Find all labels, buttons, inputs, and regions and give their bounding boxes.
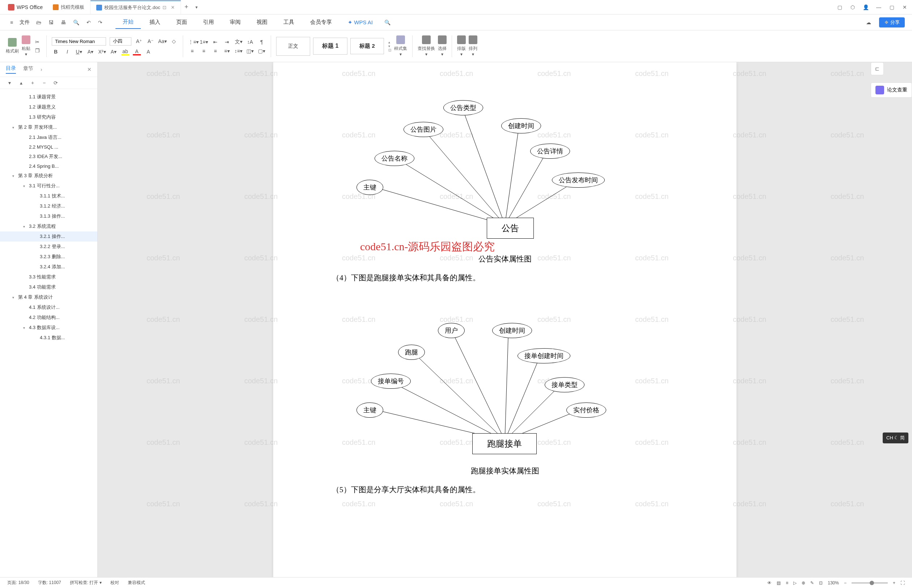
document-viewport[interactable]: code51.cncode51.cncode51.cncode51.cncode… [98,62,912,577]
show-marks-icon[interactable]: ¶ [258,39,266,45]
arrange-button[interactable]: 排版 ▾ [457,36,466,57]
tab-menu-button[interactable]: ▾ [192,5,201,10]
plagiarism-check-button[interactable]: 论文查重 [871,82,912,98]
highlight-icon[interactable]: ab [121,48,129,55]
outline-item[interactable]: 3.1.2 经济... [0,201,97,211]
ime-indicator[interactable]: CH ☾ 简 [883,433,909,443]
outline-item[interactable]: 3.2.2 登录... [0,242,97,252]
view-fit-icon[interactable]: ⊡ [819,580,823,585]
zoom-level[interactable]: 130% [828,580,839,585]
tab-document[interactable]: 校园生活服务平台论文.doc ⊡ ✕ [91,0,181,14]
close-icon[interactable]: ✕ [171,5,175,10]
bold-icon[interactable]: B [52,49,60,55]
outline-item[interactable]: 2.2 MYSQL ... [0,142,97,152]
minimize-button[interactable]: — [875,4,882,10]
close-button[interactable]: ✕ [901,4,909,10]
status-proof[interactable]: 校对 [110,580,119,586]
outline-item[interactable]: 3.1.3 操作... [0,211,97,221]
text-direction-icon[interactable]: 文▾ [235,39,243,45]
panel-icon[interactable]: ▢ [836,4,843,10]
outline-item[interactable]: 1.1 课题背景 [0,92,97,102]
outline-item[interactable]: ▾3.1 可行性分... [0,181,97,191]
status-page[interactable]: 页面: 18/30 [7,580,29,586]
copy-icon[interactable]: ❐ [33,48,41,53]
indent-icon[interactable]: ⇥ [223,39,231,45]
menu-page[interactable]: 页面 [169,16,194,29]
style-normal[interactable]: 正文 [276,37,310,56]
sidebar-close-icon[interactable]: ✕ [87,66,92,72]
menu-tools[interactable]: 工具 [276,16,301,29]
justify-icon[interactable]: ≡▾ [223,48,231,54]
clear-format-icon[interactable]: ◇ [170,38,178,44]
indent-panel-icon[interactable]: ⊏ [871,62,884,75]
style-set-button[interactable]: 样式集 ▾ [394,36,407,57]
outline-item[interactable]: 3.3 性能需求 [0,272,97,282]
cut-icon[interactable]: ✂ [33,39,41,45]
outline-item[interactable]: ▾第 2 章 开发环境... [0,122,97,132]
outline-item[interactable]: 3.2.4 添加... [0,262,97,272]
style-heading2[interactable]: 标题 2 [350,38,384,54]
text-effect-icon[interactable]: A▾ [110,49,118,55]
cloud-icon[interactable]: ☁ [863,18,874,27]
sort-icon[interactable]: ↕A [246,39,254,45]
file-menu[interactable]: 文件 [17,18,32,27]
view-read-icon[interactable]: 👁 [767,580,771,585]
tab-template[interactable]: 找稻壳模板 [47,0,91,14]
expand-icon[interactable]: ▴ [17,80,24,86]
format-brush-button[interactable]: 格式刷 [6,38,19,54]
style-heading1[interactable]: 标题 1 [313,37,347,55]
shading-icon[interactable]: ◫▾ [246,48,254,54]
strike-icon[interactable]: A▾ [86,49,94,55]
tab-toc[interactable]: 目录 [6,65,16,74]
menu-review[interactable]: 审阅 [223,16,248,29]
change-case-icon[interactable]: Aa▾ [158,38,166,44]
outline-item[interactable]: 2.4 Spring B... [0,162,97,171]
border-icon[interactable]: ▢▾ [258,48,266,54]
outline-item[interactable]: 3.2.3 删除... [0,252,97,262]
font-color-icon[interactable]: A [133,48,141,55]
decrease-font-icon[interactable]: A⁻ [147,38,154,44]
outline-item[interactable]: 4.3.1 数据... [0,333,97,343]
increase-font-icon[interactable]: A⁺ [135,38,143,44]
outline-item[interactable]: 3.2.1 操作... [0,231,97,242]
align-left-icon[interactable]: ≡ [188,48,196,54]
add-icon[interactable]: + [29,80,36,86]
tab-chapter[interactable]: 章节 [23,65,33,73]
print-icon[interactable]: 🖶 [58,18,69,27]
menu-start[interactable]: 开始 [115,16,141,29]
preview-icon[interactable]: 🔍 [70,18,82,27]
font-select[interactable] [52,37,106,45]
remove-icon[interactable]: − [40,80,48,86]
outline-item[interactable]: ▾3.2 系统流程 [0,221,97,231]
chevron-right-icon[interactable]: › [40,66,42,72]
avatar-icon[interactable]: 👤 [862,4,869,10]
menu-wps-ai[interactable]: ✦ WPS AI [340,16,380,29]
bullets-icon[interactable]: ⋮≡▾ [188,39,196,45]
paste-button[interactable]: 粘贴 ▾ [22,36,31,57]
outline-item[interactable]: ▾第 4 章 系统设计 [0,292,97,302]
outline-item[interactable]: 3.4 功能需求 [0,282,97,292]
char-shading-icon[interactable]: A [144,49,152,55]
numbering-icon[interactable]: 1≡▾ [200,39,208,45]
cube-icon[interactable]: ⬡ [849,4,856,10]
status-compat[interactable]: 兼容模式 [128,580,145,586]
outline-item[interactable]: 3.1.1 技术... [0,191,97,201]
fullscreen-icon[interactable]: ⛶ [901,580,905,585]
find-replace-button[interactable]: 查找替换 ▾ [418,36,435,57]
outline-item[interactable]: 4.1 系统设计... [0,302,97,312]
zoom-slider[interactable] [852,582,888,584]
share-button[interactable]: ᯽ 分享 [879,17,905,27]
redo-icon[interactable]: ↷ [95,18,105,27]
save-icon[interactable]: 🖫 [45,18,57,27]
superscript-icon[interactable]: X²▾ [98,49,106,55]
tab-add-button[interactable]: + [181,3,192,11]
maximize-button[interactable]: ▢ [888,4,895,10]
underline-icon[interactable]: U▾ [75,49,83,55]
undo-icon[interactable]: ↶ [84,18,94,27]
view-outline-icon[interactable]: ▷ [793,580,797,585]
outline-item[interactable]: 1.3 研究内容 [0,112,97,122]
outline-item[interactable]: ▾4.3 数据库设... [0,323,97,333]
view-print-icon[interactable]: ▤ [777,580,781,585]
menu-view[interactable]: 视图 [249,16,275,29]
italic-icon[interactable]: I [63,49,71,55]
